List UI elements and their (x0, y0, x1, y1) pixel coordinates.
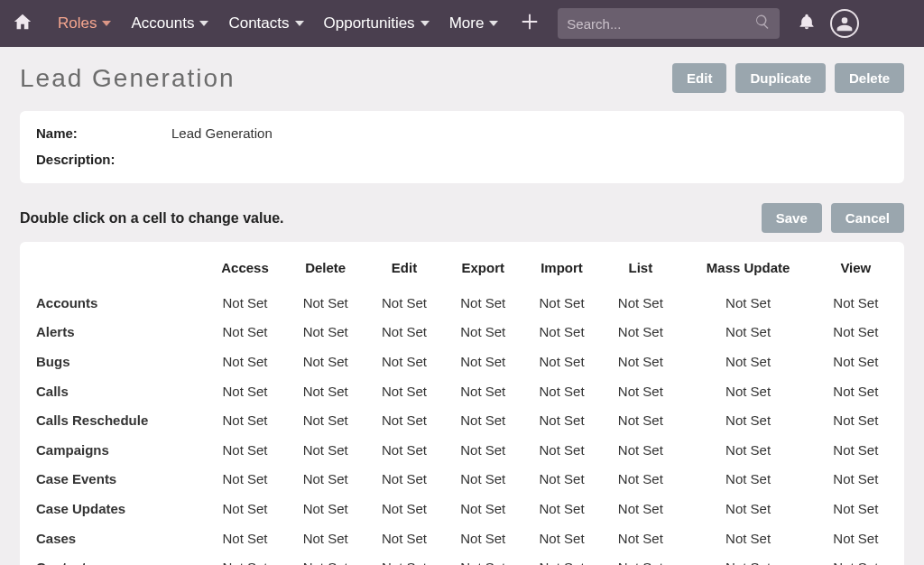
permission-cell[interactable]: Not Set (444, 552, 522, 565)
permission-cell[interactable]: Not Set (365, 347, 443, 376)
permission-cell[interactable]: Not Set (286, 318, 365, 347)
nav-item-more[interactable]: More (440, 9, 508, 38)
permission-cell[interactable]: Not Set (601, 405, 679, 435)
permission-cell[interactable]: Not Set (601, 347, 679, 376)
permission-cell[interactable]: Not Set (286, 465, 365, 495)
permission-cell[interactable]: Not Set (679, 435, 816, 465)
permission-cell[interactable]: Not Set (522, 494, 601, 523)
permission-cell[interactable]: Not Set (679, 494, 816, 523)
bell-icon[interactable] (798, 13, 816, 34)
nav-item-contacts[interactable]: Contacts (219, 9, 312, 38)
permission-cell[interactable]: Not Set (204, 376, 286, 406)
permission-cell[interactable]: Not Set (522, 405, 601, 435)
permission-cell[interactable]: Not Set (522, 465, 601, 495)
permission-cell[interactable]: Not Set (204, 523, 286, 553)
permission-cell[interactable]: Not Set (365, 494, 443, 523)
permission-cell[interactable]: Not Set (286, 376, 365, 406)
permission-cell[interactable]: Not Set (444, 318, 522, 347)
permission-cell[interactable]: Not Set (817, 523, 895, 553)
permission-cell[interactable]: Not Set (286, 347, 365, 376)
permission-cell[interactable]: Not Set (286, 288, 365, 318)
permission-cell[interactable]: Not Set (679, 347, 816, 376)
permission-cell[interactable]: Not Set (204, 494, 286, 523)
search-box[interactable] (558, 8, 780, 39)
cancel-button[interactable]: Cancel (831, 203, 904, 233)
row-name: Case Updates (32, 494, 204, 523)
permission-cell[interactable]: Not Set (204, 318, 286, 347)
permission-cell[interactable]: Not Set (679, 288, 816, 318)
permission-cell[interactable]: Not Set (365, 435, 443, 465)
permission-cell[interactable]: Not Set (522, 288, 601, 318)
permission-cell[interactable]: Not Set (817, 376, 895, 406)
table-row: Calls RescheduleNot SetNot SetNot SetNot… (32, 405, 895, 435)
permission-cell[interactable]: Not Set (286, 552, 365, 565)
save-button[interactable]: Save (762, 203, 822, 233)
permission-cell[interactable]: Not Set (679, 523, 816, 553)
permission-cell[interactable]: Not Set (444, 435, 522, 465)
permission-cell[interactable]: Not Set (817, 347, 895, 376)
permission-cell[interactable]: Not Set (817, 405, 895, 435)
permission-cell[interactable]: Not Set (601, 523, 679, 553)
permission-cell[interactable]: Not Set (601, 552, 679, 565)
permission-cell[interactable]: Not Set (365, 376, 443, 406)
permission-cell[interactable]: Not Set (286, 523, 365, 553)
permission-cell[interactable]: Not Set (522, 376, 601, 406)
permission-cell[interactable]: Not Set (601, 494, 679, 523)
permission-cell[interactable]: Not Set (601, 435, 679, 465)
permission-cell[interactable]: Not Set (286, 494, 365, 523)
permission-cell[interactable]: Not Set (522, 523, 601, 553)
plus-icon[interactable] (520, 12, 540, 35)
permission-cell[interactable]: Not Set (679, 318, 816, 347)
permission-cell[interactable]: Not Set (365, 465, 443, 495)
delete-button[interactable]: Delete (835, 63, 904, 93)
permission-cell[interactable]: Not Set (204, 347, 286, 376)
permission-cell[interactable]: Not Set (817, 318, 895, 347)
permission-cell[interactable]: Not Set (601, 318, 679, 347)
nav-item-roles[interactable]: Roles (49, 9, 120, 38)
permission-cell[interactable]: Not Set (365, 405, 443, 435)
permission-cell[interactable]: Not Set (601, 376, 679, 406)
permission-cell[interactable]: Not Set (444, 288, 522, 318)
home-icon[interactable] (13, 12, 32, 35)
permission-cell[interactable]: Not Set (204, 288, 286, 318)
permission-cell[interactable]: Not Set (522, 318, 601, 347)
nav-item-accounts[interactable]: Accounts (122, 9, 217, 38)
permission-cell[interactable]: Not Set (522, 435, 601, 465)
table-row: BugsNot SetNot SetNot SetNot SetNot SetN… (32, 347, 895, 376)
nav-item-opportunities[interactable]: Opportunities (315, 9, 439, 38)
permission-cell[interactable]: Not Set (444, 494, 522, 523)
permission-cell[interactable]: Not Set (817, 288, 895, 318)
permission-cell[interactable]: Not Set (444, 376, 522, 406)
permission-cell[interactable]: Not Set (204, 435, 286, 465)
permission-cell[interactable]: Not Set (679, 552, 816, 565)
permission-cell[interactable]: Not Set (679, 376, 816, 406)
avatar[interactable] (830, 9, 859, 38)
permission-cell[interactable]: Not Set (817, 465, 895, 495)
permission-cell[interactable]: Not Set (444, 523, 522, 553)
permission-cell[interactable]: Not Set (444, 465, 522, 495)
permission-cell[interactable]: Not Set (365, 523, 443, 553)
permission-cell[interactable]: Not Set (365, 318, 443, 347)
nav-item-label: Roles (58, 14, 97, 32)
permission-cell[interactable]: Not Set (817, 552, 895, 565)
duplicate-button[interactable]: Duplicate (735, 63, 826, 93)
permission-cell[interactable]: Not Set (204, 552, 286, 565)
permission-cell[interactable]: Not Set (601, 465, 679, 495)
edit-button[interactable]: Edit (672, 63, 726, 93)
permission-cell[interactable]: Not Set (817, 435, 895, 465)
permission-cell[interactable]: Not Set (286, 405, 365, 435)
permission-cell[interactable]: Not Set (286, 435, 365, 465)
permission-cell[interactable]: Not Set (444, 347, 522, 376)
permission-cell[interactable]: Not Set (204, 465, 286, 495)
permission-cell[interactable]: Not Set (817, 494, 895, 523)
permission-cell[interactable]: Not Set (365, 288, 443, 318)
permission-cell[interactable]: Not Set (679, 405, 816, 435)
search-input[interactable] (567, 16, 754, 32)
permission-cell[interactable]: Not Set (365, 552, 443, 565)
permission-cell[interactable]: Not Set (444, 405, 522, 435)
permission-cell[interactable]: Not Set (522, 552, 601, 565)
permission-cell[interactable]: Not Set (522, 347, 601, 376)
permission-cell[interactable]: Not Set (204, 405, 286, 435)
permission-cell[interactable]: Not Set (679, 465, 816, 495)
permission-cell[interactable]: Not Set (601, 288, 679, 318)
